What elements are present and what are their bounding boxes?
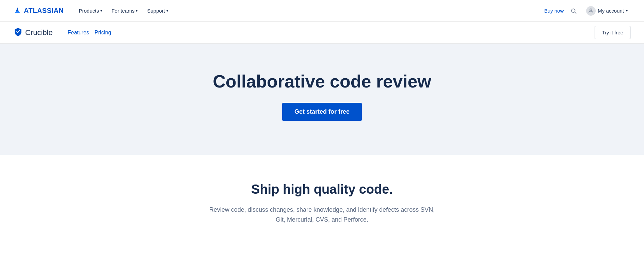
top-nav-right: Buy now My account ▾	[544, 5, 630, 17]
chevron-down-icon: ▾	[136, 9, 138, 13]
product-nav-link-pricing[interactable]: Pricing	[93, 27, 113, 38]
my-account-label: My account	[598, 8, 624, 14]
svg-point-2	[590, 9, 592, 11]
atlassian-logo[interactable]: ATLASSIAN	[14, 6, 64, 15]
try-it-free-button[interactable]: Try it free	[595, 26, 630, 39]
atlassian-logo-icon	[14, 6, 21, 15]
hero-section: Collaborative code review Get started fo…	[0, 44, 644, 155]
crucible-shield-icon	[14, 27, 22, 38]
my-account-button[interactable]: My account ▾	[583, 5, 630, 17]
content-section: Ship high quality code. Review code, dis…	[0, 155, 644, 245]
product-navigation: Crucible Features Pricing Try it free	[0, 22, 644, 44]
chevron-down-icon: ▾	[100, 9, 102, 13]
product-nav-link-features[interactable]: Features	[66, 27, 91, 38]
nav-link-support[interactable]: Support ▾	[143, 5, 172, 16]
crucible-name: Crucible	[25, 28, 53, 37]
top-nav-left: ATLASSIAN Products ▾ For teams ▾ Support…	[14, 5, 172, 16]
atlassian-logo-text: ATLASSIAN	[24, 7, 64, 15]
buy-now-link[interactable]: Buy now	[544, 8, 564, 14]
hero-title: Collaborative code review	[213, 71, 431, 92]
content-description: Review code, discuss changes, share know…	[206, 205, 438, 225]
account-avatar	[586, 6, 596, 16]
content-heading: Ship high quality code.	[251, 182, 393, 197]
get-started-button[interactable]: Get started for free	[282, 103, 362, 121]
search-button[interactable]	[569, 6, 578, 15]
svg-line-1	[575, 12, 576, 13]
top-nav-links: Products ▾ For teams ▾ Support ▾	[75, 5, 172, 16]
nav-link-for-teams[interactable]: For teams ▾	[108, 5, 142, 16]
top-navigation: ATLASSIAN Products ▾ For teams ▾ Support…	[0, 0, 644, 22]
chevron-down-icon: ▾	[626, 9, 628, 13]
product-nav-links: Features Pricing	[66, 27, 113, 38]
crucible-brand-link[interactable]: Crucible	[14, 27, 53, 38]
nav-link-products[interactable]: Products ▾	[75, 5, 106, 16]
product-nav-left: Crucible Features Pricing	[14, 27, 113, 38]
chevron-down-icon: ▾	[166, 9, 168, 13]
